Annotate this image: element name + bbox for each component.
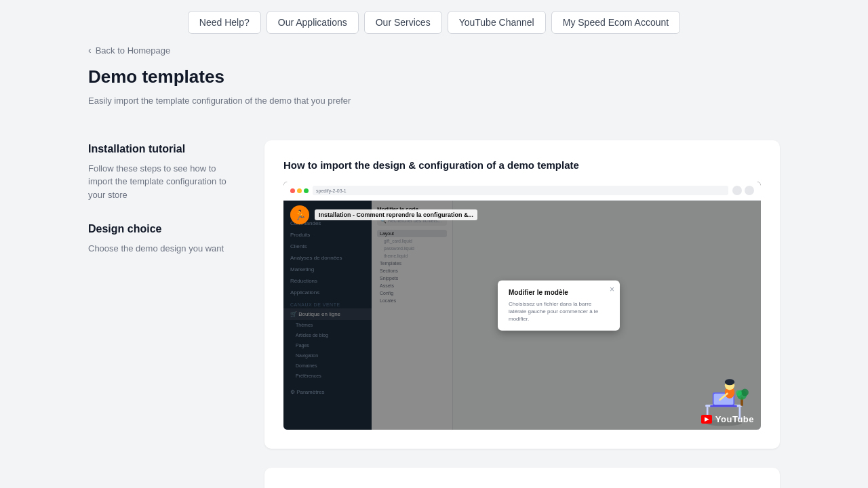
dot-red — [290, 188, 295, 193]
page-subtitle: Easily import the template configuration… — [88, 94, 780, 108]
youtube-text: YouTube — [715, 414, 754, 424]
nav-btn-need-help[interactable]: Need Help? — [188, 11, 261, 34]
modifier-modal-text: Choisissez un fichier dans la barre laté… — [509, 300, 609, 323]
channel-avatar-icon: 🏃 — [294, 209, 306, 220]
dot-yellow — [297, 188, 302, 193]
browser-icon-2 — [745, 186, 754, 195]
video-container[interactable]: spedify-2-03-1 Accueil Commandes Produit… — [283, 182, 761, 430]
svg-point-9 — [725, 379, 734, 385]
design-card: Deluxe model (default)See the demo templ… — [264, 468, 780, 488]
channel-avatar: 🏃 — [290, 205, 309, 224]
video-card: How to import the design & configuration… — [264, 140, 780, 449]
installation-section: Installation tutorialFollow these steps … — [88, 143, 237, 202]
design-section-description: Choose the demo design you want — [88, 242, 237, 256]
modal-close[interactable]: × — [610, 284, 614, 293]
svg-point-13 — [741, 388, 749, 396]
page-header: ‹Back to Homepage — [61, 45, 807, 56]
browser-header-bar: spedify-2-03-1 — [283, 182, 761, 201]
dot-green — [304, 188, 309, 193]
nav-btn-my-speed-ecom[interactable]: My Speed Ecom Account — [551, 11, 680, 34]
design-section-title: Design choice — [88, 223, 237, 235]
video-title-overlay: 🏃 Installation - Comment reprendre la co… — [290, 205, 754, 224]
modifier-modal-title: Modifier le modèle — [509, 288, 609, 296]
browser-dots — [290, 188, 309, 193]
nav-btn-youtube-channel[interactable]: YouTube Channel — [448, 11, 546, 34]
browser-icon-1 — [732, 186, 742, 195]
modifier-modal: × Modifier le modèle Choisissez un fichi… — [498, 280, 620, 331]
top-nav: Need Help?Our ApplicationsOur ServicesYo… — [0, 0, 868, 45]
youtube-branding: ▶ YouTube — [701, 414, 754, 424]
nav-btn-our-services[interactable]: Our Services — [364, 11, 442, 34]
back-link-label: Back to Homepage — [96, 45, 171, 56]
title-row: Demo templatesEasily import the template… — [61, 66, 807, 108]
svg-rect-6 — [710, 405, 737, 407]
youtube-icon: ▶ — [701, 415, 712, 424]
page-title: Demo templates — [88, 66, 780, 87]
design-section-sidebar: Design choiceChoose the demo design you … — [88, 223, 237, 256]
nav-btn-our-applications[interactable]: Our Applications — [267, 11, 359, 34]
back-link[interactable]: ‹Back to Homepage — [88, 45, 780, 56]
left-sidebar: Installation tutorialFollow these steps … — [88, 140, 264, 489]
installation-description: Follow these steps to see how to import … — [88, 162, 237, 202]
video-card-title: How to import the design & configuration… — [283, 159, 761, 171]
video-title-text: Installation - Comment reprendre la conf… — [315, 209, 477, 220]
right-content: How to import the design & configuration… — [264, 140, 780, 489]
url-bar: spedify-2-03-1 — [313, 186, 728, 195]
svg-point-14 — [736, 390, 742, 396]
main-layout: Installation tutorialFollow these steps … — [61, 140, 807, 489]
illustration — [693, 355, 754, 416]
chevron-left-icon: ‹ — [88, 45, 92, 56]
installation-title: Installation tutorial — [88, 143, 237, 155]
